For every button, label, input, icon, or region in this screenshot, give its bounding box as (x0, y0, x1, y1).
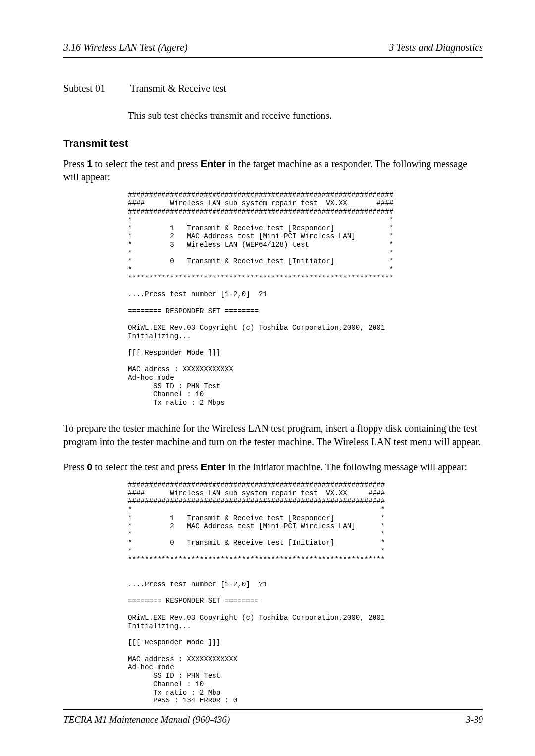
footer-left: TECRA M1 Maintenance Manual (960-436) (63, 713, 230, 726)
text: to select the test and press (92, 462, 200, 472)
transmit-para: Press 1 to select the test and press Ent… (63, 157, 483, 184)
key-1: 1 (87, 158, 92, 169)
mid-para-1: To prepare the tester machine for the Wi… (63, 422, 483, 449)
key-0: 0 (87, 462, 92, 472)
text: in the initiator machine. The following … (226, 462, 467, 472)
subtest-line: Subtest 01 Transmit & Receive test (63, 82, 483, 95)
subtest-desc: This sub test checks transmit and receiv… (128, 109, 483, 122)
text: Press (63, 158, 87, 169)
mid-para-2: Press 0 to select the test and press Ent… (63, 461, 483, 474)
page-footer: TECRA M1 Maintenance Manual (960-436) 3-… (63, 709, 483, 726)
code-block-1: ########################################… (128, 191, 483, 407)
footer-right: 3-39 (466, 713, 483, 726)
page-header: 3.16 Wireless LAN Test (Agere) 3 Tests a… (63, 41, 483, 58)
subtest-label: Subtest 01 (63, 82, 128, 95)
key-enter-2: Enter (201, 462, 226, 472)
transmit-heading: Transmit test (63, 136, 483, 150)
subtest-title: Transmit & Receive test (130, 83, 226, 94)
text: Press (63, 462, 87, 472)
header-right: 3 Tests and Diagnostics (389, 41, 483, 54)
code-block-2: ########################################… (128, 481, 483, 705)
header-left: 3.16 Wireless LAN Test (Agere) (63, 41, 188, 54)
key-enter: Enter (201, 158, 226, 169)
text: to select the test and press (92, 158, 200, 169)
